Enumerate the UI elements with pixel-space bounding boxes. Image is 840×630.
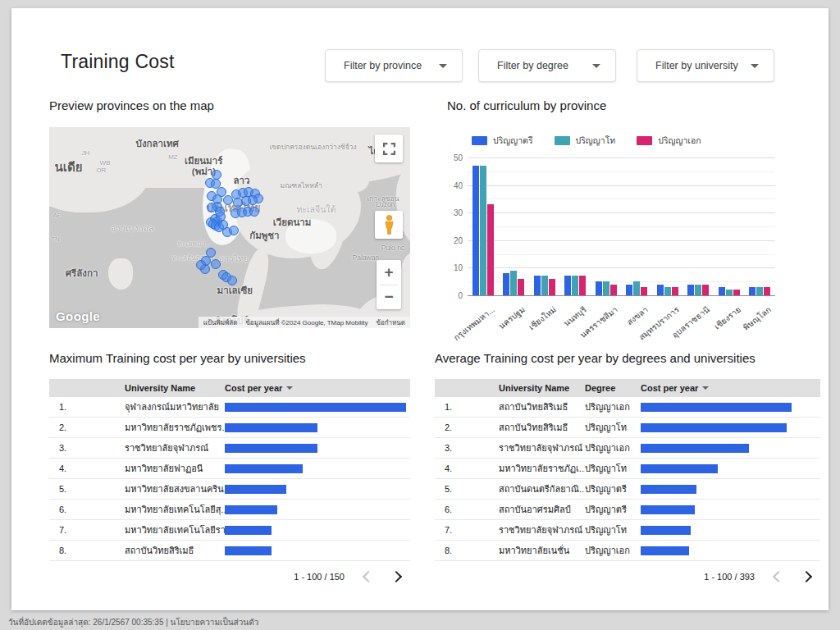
chart-bar[interactable] [603,281,609,295]
chart-bar[interactable] [503,273,509,295]
table-row[interactable]: 2.สถาบันวิทยสิริเมธีปริญญาโท [435,418,820,438]
report-footer: วันที่อัปเดตข้อมูลล่าสุด: 26/1/2567 00:3… [8,616,258,628]
chart-bar[interactable] [549,279,555,295]
table-row[interactable]: 7.ราชวิทยาลัยจุฬาภรณ์ปริญญาโท [435,520,820,541]
chart-bar[interactable] [719,287,725,295]
legend-swatch [472,136,487,145]
cost-bar [225,485,286,494]
map-marker[interactable] [211,259,221,269]
map-label: ทะเลพม่า, [177,238,208,249]
map-marker[interactable] [227,276,237,285]
row-degree: ปริญญาโท [585,420,641,435]
left-table-title: Maximum Training cost per year by univer… [49,351,306,365]
table-row[interactable]: 8.สถาบันวิทยสิริเมธี [49,541,410,561]
chart-bar[interactable] [480,166,486,295]
map-marker[interactable] [216,212,226,221]
next-page-icon[interactable] [390,571,402,582]
map-label: อ่าวไทย [219,252,249,266]
map-marker[interactable] [196,260,206,270]
chart-bar[interactable] [702,285,709,295]
chart-bar[interactable] [672,287,678,295]
row-university-name: สถาบันวิทยสิริเมธี [499,399,585,414]
chart-bar[interactable] [579,276,586,295]
next-page-icon[interactable] [801,571,812,582]
cost-bar [225,403,406,412]
keyboard-shortcuts-link[interactable]: แป้นพิมพ์ลัด [203,317,238,328]
row-degree: ปริญญาเอก [585,399,641,414]
chart-bar[interactable] [733,290,740,295]
map-marker[interactable] [229,226,239,235]
filter-degree-dropdown[interactable]: Filter by degree [478,49,616,82]
filter-province-dropdown[interactable]: Filter by province [325,49,463,82]
table-row[interactable]: 4.มหาวิทยาลัยฟาฏอนี [49,459,410,479]
chart-bar[interactable] [564,276,571,295]
street-view-pegman-button[interactable] [375,211,403,239]
chart-bar[interactable] [596,281,602,295]
table-pagination: 1 - 100 / 150 [49,565,410,588]
zoom-in-button[interactable]: + [377,260,401,285]
cost-bar [225,423,317,432]
table-row[interactable]: 4.มหาวิทยาลัยราชภัฏเ...ปริญญาโท [435,459,820,479]
terms-link[interactable]: ข้อกำหนด [376,317,405,328]
chart-bar[interactable] [610,285,617,295]
map-fullscreen-button[interactable] [375,135,403,162]
row-cost-bar-cell [641,505,820,514]
chart-bar[interactable] [726,290,733,295]
chart-bar[interactable] [695,285,701,295]
chart-bar[interactable] [764,287,770,295]
row-university-name: จุฬาลงกรณ์มหาวิทยาลัย [125,399,225,414]
x-axis-line [468,295,775,296]
chart-bar[interactable] [657,285,664,295]
legend-item[interactable]: ปริญญาเอก [637,134,701,148]
chart-bar[interactable] [487,204,494,295]
table-body: 1.สถาบันวิทยสิริเมธีปริญญาเอก2.สถาบันวิท… [435,397,820,565]
cost-bar [225,546,272,555]
sort-desc-icon [286,386,293,390]
table-row[interactable]: 6.สถาบันอาศรมศิลป์ปริญญาตรี [435,500,820,520]
pagination-range: 1 - 100 / 150 [294,572,345,582]
map-marker[interactable] [249,207,259,217]
row-degree: ปริญญาเอก [585,441,641,455]
table-row[interactable]: 8.มหาวิทยาลัยเนชั่นปริญญาเอก [435,541,820,561]
table-row[interactable]: 3.ราชวิทยาลัยจุฬาภรณ์ปริญญาเอก [435,438,820,459]
chart-bar[interactable] [510,271,517,295]
row-university-name: ราชวิทยาลัยจุฬาภรณ์ [499,523,585,537]
row-cost-bar-cell [641,526,820,535]
table-row[interactable]: 2.มหาวิทยาลัยราชภัฏเพชร... [49,418,410,438]
chart-bar[interactable] [633,281,640,295]
table-row[interactable]: 6.มหาวิทยาลัยเทคโนโลยีสุ... [49,500,410,520]
chart-bar[interactable] [572,276,578,295]
table-row[interactable]: 5.มหาวิทยาลัยสงขลานคริน... [49,479,410,500]
chart-bar[interactable] [749,287,756,295]
chart-bar[interactable] [756,287,763,295]
previous-page-icon[interactable] [773,571,784,582]
chart-gridline [468,240,775,241]
chart-bar[interactable] [472,166,479,295]
google-map[interactable]: นเดียJHWBMZORAPTNบังกลาเทศเมียนมาร์(พม่า… [49,127,410,328]
filter-university-dropdown[interactable]: Filter by university [637,49,774,82]
chart-bar[interactable] [541,276,548,295]
previous-page-icon[interactable] [363,571,374,582]
google-logo[interactable]: Google [56,309,100,323]
chart-bar[interactable] [641,287,647,295]
legend-item[interactable]: ปริญญาโท [555,134,616,148]
zoom-out-button[interactable]: − [377,285,401,310]
table-row[interactable]: 1.สถาบันวิทยสิริเมธีปริญญาเอก [435,397,820,418]
map-label: ลาว [233,173,249,188]
table-row[interactable]: 7.มหาวิทยาลัยเทคโนโลยีรา... [49,520,410,541]
chart-bar[interactable] [664,287,671,295]
row-cost-bar-cell [225,505,410,514]
chart-bar[interactable] [626,285,632,295]
chart-gridline [468,254,775,255]
cost-column-header[interactable]: Cost per year [641,383,820,393]
table-row[interactable]: 1.จุฬาลงกรณ์มหาวิทยาลัย [49,397,410,418]
chart-bar[interactable] [518,279,524,295]
legend-item[interactable]: ปริญญาตรี [472,134,533,148]
table-row[interactable]: 3.ราชวิทยาลัยจุฬาภรณ์ [49,438,410,459]
cost-column-header[interactable]: Cost per year [225,383,410,393]
row-university-name: สถาบันวิทยสิริเมธี [125,543,225,558]
chart-bar[interactable] [687,285,694,295]
cost-bar [641,505,695,514]
table-row[interactable]: 5.สถาบันดนตรีกัลยาณิ...ปริญญาตรี [435,479,820,500]
chart-bar[interactable] [534,276,541,295]
